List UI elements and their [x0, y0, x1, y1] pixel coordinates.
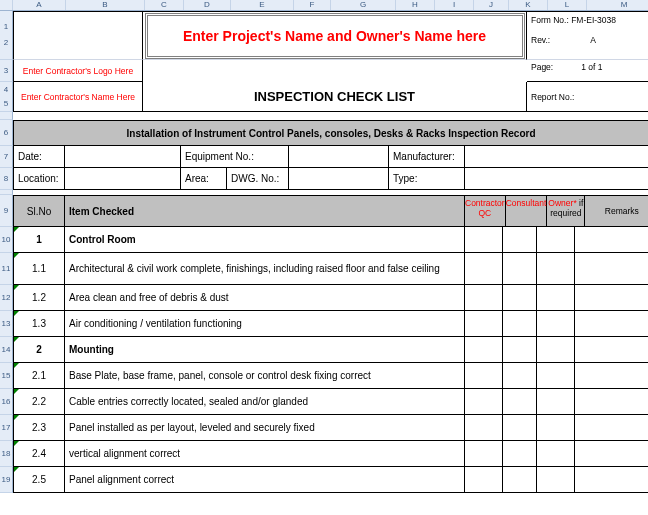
check-cell[interactable]: [503, 311, 537, 337]
check-cell[interactable]: [537, 311, 575, 337]
remarks-cell[interactable]: [575, 311, 648, 337]
col-owner: Owner* if required: [547, 195, 585, 227]
table-row-no: 2.5: [13, 467, 65, 493]
check-cell[interactable]: [465, 253, 503, 285]
location-field[interactable]: [65, 168, 181, 190]
row-num: 18: [0, 441, 13, 467]
row-num: 10: [0, 227, 13, 253]
col-consultant: Consultant: [506, 195, 548, 227]
check-cell[interactable]: [503, 253, 537, 285]
dwg-label: DWG. No.:: [227, 168, 289, 190]
check-cell[interactable]: [503, 337, 537, 363]
check-cell[interactable]: [465, 337, 503, 363]
col-contractor: Contractor QC: [465, 195, 506, 227]
row-num: 8: [0, 168, 13, 190]
table-row-item: Mounting: [65, 337, 465, 363]
table-row-no: 1: [13, 227, 65, 253]
row-num: 13: [0, 311, 13, 337]
check-cell[interactable]: [537, 337, 575, 363]
table-row-item: Control Room: [65, 227, 465, 253]
check-cell[interactable]: [537, 253, 575, 285]
table-row-item: Cable entries correctly located, sealed …: [65, 389, 465, 415]
table-row-no: 2.2: [13, 389, 65, 415]
table-row-no: 2.3: [13, 415, 65, 441]
type-field[interactable]: [465, 168, 648, 190]
row-num: 4 5: [0, 82, 13, 112]
remarks-cell[interactable]: [575, 389, 648, 415]
remarks-cell[interactable]: [575, 253, 648, 285]
row-num: 6: [0, 120, 13, 146]
table-row-item: Area clean and free of debris & dust: [65, 285, 465, 311]
table-row-no: 2.4: [13, 441, 65, 467]
remarks-cell[interactable]: [575, 467, 648, 493]
col-remarks: Remarks: [585, 195, 648, 227]
check-cell[interactable]: [503, 285, 537, 311]
check-cell[interactable]: [503, 363, 537, 389]
check-cell[interactable]: [465, 415, 503, 441]
check-cell[interactable]: [537, 285, 575, 311]
col-slno: Sl.No: [13, 195, 65, 227]
check-cell[interactable]: [465, 441, 503, 467]
type-label: Type:: [389, 168, 465, 190]
table-row-item: Panel installed as per layout, leveled a…: [65, 415, 465, 441]
check-cell[interactable]: [465, 285, 503, 311]
project-name-placeholder[interactable]: Enter Project's Name and Owner's Name he…: [143, 11, 527, 60]
document-title: INSPECTION CHECK LIST: [143, 82, 527, 112]
contractor-logo-placeholder: [13, 11, 143, 60]
remarks-cell[interactable]: [575, 337, 648, 363]
row-num: 16: [0, 389, 13, 415]
table-row-item: Architectural & civil work complete, fin…: [65, 253, 465, 285]
row-num: [0, 112, 13, 120]
spreadsheet-column-headers: A B C D E F G H I J K L M: [0, 0, 648, 11]
check-cell[interactable]: [465, 311, 503, 337]
table-row-no: 2: [13, 337, 65, 363]
check-cell[interactable]: [465, 467, 503, 493]
table-row-no: 1.1: [13, 253, 65, 285]
table-row-no: 2.1: [13, 363, 65, 389]
check-cell[interactable]: [537, 467, 575, 493]
check-cell[interactable]: [537, 389, 575, 415]
check-cell[interactable]: [537, 227, 575, 253]
col-item: Item Checked: [65, 195, 465, 227]
dwg-field[interactable]: [289, 168, 389, 190]
row-num: 9: [0, 195, 13, 227]
contractor-name-placeholder: Enter Contractor's Name Here: [13, 82, 143, 112]
form-info-block: Form No.: FM-EI-3038 Rev.:A: [527, 11, 648, 60]
check-cell[interactable]: [465, 389, 503, 415]
check-cell[interactable]: [503, 415, 537, 441]
table-row-item: vertical alignment correct: [65, 441, 465, 467]
remarks-cell[interactable]: [575, 227, 648, 253]
row-num: 17: [0, 415, 13, 441]
manufacturer-label: Manufacturer:: [389, 146, 465, 168]
check-cell[interactable]: [537, 441, 575, 467]
remarks-cell[interactable]: [575, 363, 648, 389]
row-num: 14: [0, 337, 13, 363]
check-cell[interactable]: [465, 227, 503, 253]
check-cell[interactable]: [503, 227, 537, 253]
contractor-logo-label: Enter Contractor's Logo Here: [13, 60, 143, 82]
location-label: Location:: [13, 168, 65, 190]
report-no: Report No.:: [527, 82, 648, 112]
equipment-no-field[interactable]: [289, 146, 389, 168]
date-field[interactable]: [65, 146, 181, 168]
row-num: 3: [0, 60, 13, 82]
table-row-item: Air conditioning / ventilation functioni…: [65, 311, 465, 337]
manufacturer-field[interactable]: [465, 146, 648, 168]
equipment-no-label: Equipment No.:: [181, 146, 289, 168]
check-cell[interactable]: [503, 389, 537, 415]
remarks-cell[interactable]: [575, 285, 648, 311]
check-cell[interactable]: [537, 415, 575, 441]
row-num: 1 2: [0, 11, 13, 60]
table-row-item: Panel alignment correct: [65, 467, 465, 493]
check-cell[interactable]: [503, 441, 537, 467]
row-num: 7: [0, 146, 13, 168]
check-cell[interactable]: [503, 467, 537, 493]
row-num: 19: [0, 467, 13, 493]
check-cell[interactable]: [537, 363, 575, 389]
row-num: 12: [0, 285, 13, 311]
check-cell[interactable]: [465, 363, 503, 389]
row-num: 11: [0, 253, 13, 285]
remarks-cell[interactable]: [575, 441, 648, 467]
remarks-cell[interactable]: [575, 415, 648, 441]
table-row-no: 1.2: [13, 285, 65, 311]
